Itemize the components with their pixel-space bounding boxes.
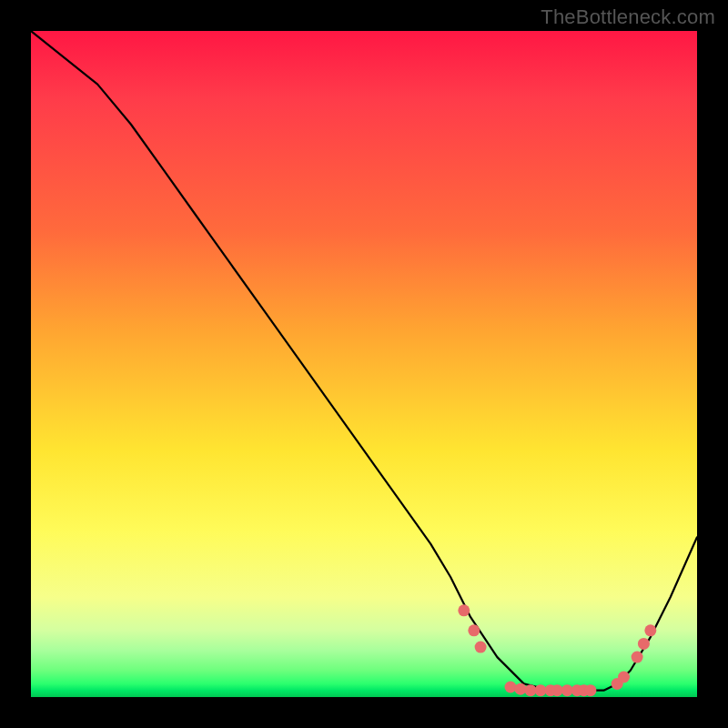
curve-marker: [505, 682, 517, 693]
curve-marker: [468, 624, 480, 636]
chart-frame: TheBottleneck.com: [0, 0, 728, 728]
curve-marker: [632, 652, 643, 663]
watermark-text: TheBottleneck.com: [541, 5, 715, 29]
curve-markers: [458, 604, 656, 696]
curve-marker: [458, 604, 470, 616]
curve-marker: [644, 624, 656, 636]
curve-marker: [515, 683, 527, 695]
bottleneck-curve: [31, 31, 697, 691]
curve-marker: [618, 672, 630, 683]
curve-marker: [638, 638, 650, 650]
curve-marker: [584, 684, 596, 696]
bottleneck-curve-svg: [31, 31, 697, 697]
curve-marker: [475, 642, 487, 653]
plot-area: [31, 31, 697, 697]
